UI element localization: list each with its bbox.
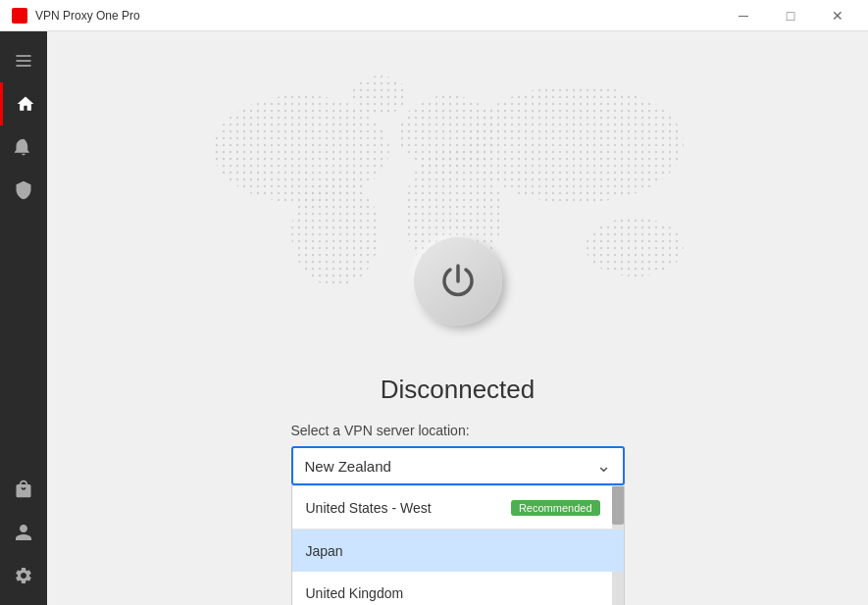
maximize-button[interactable]: □ bbox=[768, 0, 813, 31]
menu-icon bbox=[14, 51, 33, 71]
dropdown-item-label-japan: Japan bbox=[306, 543, 600, 559]
sidebar-item-alerts[interactable] bbox=[0, 126, 47, 169]
vpn-dropdown-selected[interactable]: New Zealand ⌄ bbox=[291, 446, 625, 485]
power-button-wrap bbox=[414, 237, 502, 326]
close-button[interactable]: ✕ bbox=[815, 0, 860, 31]
alert-icon bbox=[14, 137, 33, 157]
svg-rect-2 bbox=[17, 65, 31, 67]
selected-location-text: New Zealand bbox=[305, 458, 391, 475]
minimize-button[interactable]: ─ bbox=[721, 0, 766, 31]
sidebar-item-security[interactable] bbox=[0, 169, 47, 212]
home-icon bbox=[16, 94, 35, 114]
power-icon bbox=[436, 260, 480, 303]
main-content: Disconnected Select a VPN server locatio… bbox=[47, 31, 868, 605]
chevron-down-icon: ⌄ bbox=[596, 455, 611, 477]
power-button[interactable] bbox=[414, 237, 502, 326]
connection-status: Disconnected bbox=[381, 375, 536, 405]
title-bar-left: VPN Proxy One Pro bbox=[12, 8, 140, 24]
sidebar-item-menu[interactable] bbox=[0, 39, 47, 82]
app-icon bbox=[12, 8, 27, 24]
title-bar: VPN Proxy One Pro ─ □ ✕ bbox=[0, 0, 868, 31]
svg-rect-0 bbox=[17, 55, 31, 57]
sidebar bbox=[0, 31, 47, 605]
settings-icon bbox=[14, 566, 33, 585]
svg-point-8 bbox=[468, 85, 684, 203]
vpn-dropdown-list: United States - West Recommended Japan U… bbox=[291, 485, 625, 605]
dropdown-item-label-us-west: United States - West bbox=[306, 500, 511, 516]
sidebar-item-account[interactable] bbox=[0, 511, 47, 554]
dropdown-item-japan[interactable]: Japan bbox=[292, 529, 624, 572]
user-icon bbox=[14, 523, 33, 542]
sidebar-item-store[interactable] bbox=[0, 468, 47, 511]
app-body: Disconnected Select a VPN server locatio… bbox=[0, 31, 868, 605]
sidebar-item-settings[interactable] bbox=[0, 554, 47, 597]
world-map bbox=[164, 61, 752, 316]
svg-point-10 bbox=[352, 76, 407, 115]
title-bar-controls: ─ □ ✕ bbox=[721, 0, 860, 31]
recommended-badge: Recommended bbox=[511, 500, 600, 516]
vpn-selector-section: Select a VPN server location: New Zealan… bbox=[291, 423, 625, 485]
app-title: VPN Proxy One Pro bbox=[35, 9, 140, 23]
svg-rect-1 bbox=[17, 60, 31, 62]
dropdown-item-label-uk: United Kingdom bbox=[306, 585, 600, 601]
dropdown-item-uk[interactable]: United Kingdom bbox=[292, 572, 624, 605]
svg-point-5 bbox=[291, 178, 380, 286]
bag-icon bbox=[14, 479, 33, 499]
vpn-selector-label: Select a VPN server location: bbox=[291, 423, 625, 438]
svg-point-9 bbox=[586, 218, 684, 277]
shield-check-icon bbox=[14, 180, 33, 200]
svg-point-4 bbox=[213, 95, 389, 203]
sidebar-item-home[interactable] bbox=[0, 82, 47, 126]
dropdown-item-us-west[interactable]: United States - West Recommended bbox=[292, 485, 624, 529]
